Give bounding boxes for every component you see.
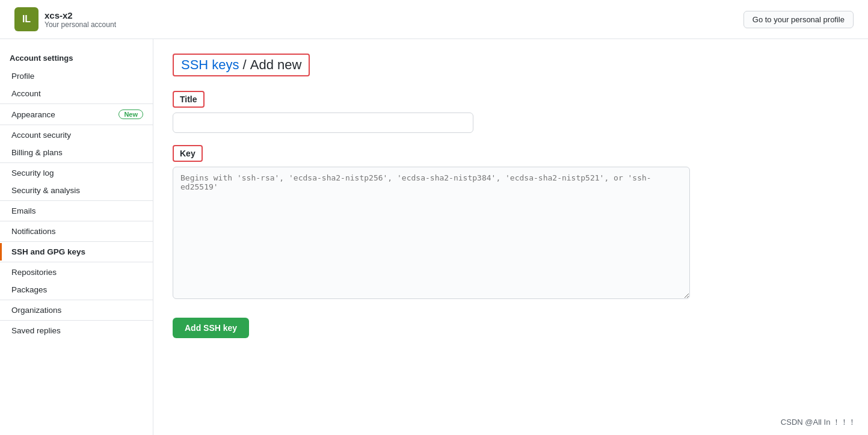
breadcrumb: SSH keys / Add new bbox=[173, 54, 310, 76]
sidebar-divider bbox=[0, 221, 153, 221]
sidebar-divider bbox=[0, 262, 153, 262]
title-label: Title bbox=[173, 91, 205, 108]
sidebar-item-notifications[interactable]: Notifications bbox=[0, 223, 153, 240]
sidebar-divider bbox=[0, 200, 153, 201]
sidebar-item-account-security[interactable]: Account security bbox=[0, 126, 153, 144]
sidebar-item-ssh-gpg-keys[interactable]: SSH and GPG keys bbox=[0, 243, 153, 261]
sidebar-item-label: Emails bbox=[11, 206, 36, 215]
sidebar-item-label: Packages bbox=[11, 285, 47, 294]
breadcrumb-current: Add new bbox=[250, 57, 302, 73]
sidebar-item-label: Billing & plans bbox=[11, 148, 63, 157]
add-ssh-form: Title Key Add SSH key bbox=[173, 91, 690, 338]
sidebar-section-title: Account settings bbox=[0, 49, 153, 67]
user-info: IL xcs-x2 Your personal account bbox=[14, 7, 116, 31]
breadcrumb-separator: / bbox=[243, 57, 247, 73]
sidebar-item-billing[interactable]: Billing & plans bbox=[0, 144, 153, 161]
sidebar-item-security-analysis[interactable]: Security & analysis bbox=[0, 182, 153, 199]
sidebar-item-label: Repositories bbox=[11, 268, 57, 277]
sidebar-item-emails[interactable]: Emails bbox=[0, 202, 153, 220]
title-input[interactable] bbox=[173, 113, 473, 133]
sidebar-item-label: Account security bbox=[11, 131, 71, 140]
footer-note: CSDN @All In ！！！ bbox=[781, 417, 856, 428]
sidebar-item-label: Notifications bbox=[11, 227, 56, 236]
main-content: SSH keys / Add new Title Key Add SSH key bbox=[153, 39, 868, 435]
sidebar-item-label: Appearance bbox=[11, 110, 55, 119]
sidebar-divider bbox=[0, 125, 153, 125]
sidebar-item-label: Profile bbox=[11, 72, 34, 81]
key-input[interactable] bbox=[173, 167, 690, 299]
sidebar-item-label: Account bbox=[11, 89, 41, 98]
sidebar-divider bbox=[0, 103, 153, 104]
sidebar-item-packages[interactable]: Packages bbox=[0, 281, 153, 298]
sidebar-divider bbox=[0, 162, 153, 163]
sidebar-item-profile[interactable]: Profile bbox=[0, 67, 153, 85]
sidebar-item-repositories[interactable]: Repositories bbox=[0, 264, 153, 281]
sidebar-item-account[interactable]: Account bbox=[0, 85, 153, 102]
sidebar-item-label: SSH and GPG keys bbox=[11, 247, 85, 256]
sidebar-divider bbox=[0, 320, 153, 321]
sidebar-item-security-log[interactable]: Security log bbox=[0, 164, 153, 182]
sidebar-item-organizations[interactable]: Organizations bbox=[0, 301, 153, 319]
breadcrumb-link[interactable]: SSH keys bbox=[181, 57, 239, 73]
key-field-group: Key bbox=[173, 145, 690, 301]
sidebar-item-appearance[interactable]: AppearanceNew bbox=[0, 105, 153, 123]
title-field-group: Title bbox=[173, 91, 690, 133]
sidebar-divider bbox=[0, 241, 153, 242]
sidebar-divider bbox=[0, 300, 153, 300]
personal-profile-button[interactable]: Go to your personal profile bbox=[743, 11, 854, 28]
sidebar-item-label: Organizations bbox=[11, 306, 61, 315]
sidebar-items: ProfileAccountAppearanceNewAccount secur… bbox=[0, 67, 153, 339]
avatar: IL bbox=[14, 7, 38, 31]
sidebar-item-label: Saved replies bbox=[11, 326, 61, 335]
sidebar-item-saved-replies[interactable]: Saved replies bbox=[0, 322, 153, 339]
sidebar-item-label: Security & analysis bbox=[11, 186, 80, 195]
user-details: xcs-x2 Your personal account bbox=[45, 10, 116, 29]
key-label: Key bbox=[173, 145, 203, 162]
user-subtitle: Your personal account bbox=[45, 20, 116, 29]
top-bar: IL xcs-x2 Your personal account Go to yo… bbox=[0, 0, 868, 39]
sidebar-item-label: Security log bbox=[11, 168, 54, 177]
layout: Account settings ProfileAccountAppearanc… bbox=[0, 39, 868, 435]
username: xcs-x2 bbox=[45, 10, 116, 20]
sidebar: Account settings ProfileAccountAppearanc… bbox=[0, 39, 153, 435]
badge-new: New bbox=[119, 110, 143, 119]
add-ssh-button[interactable]: Add SSH key bbox=[173, 318, 249, 338]
